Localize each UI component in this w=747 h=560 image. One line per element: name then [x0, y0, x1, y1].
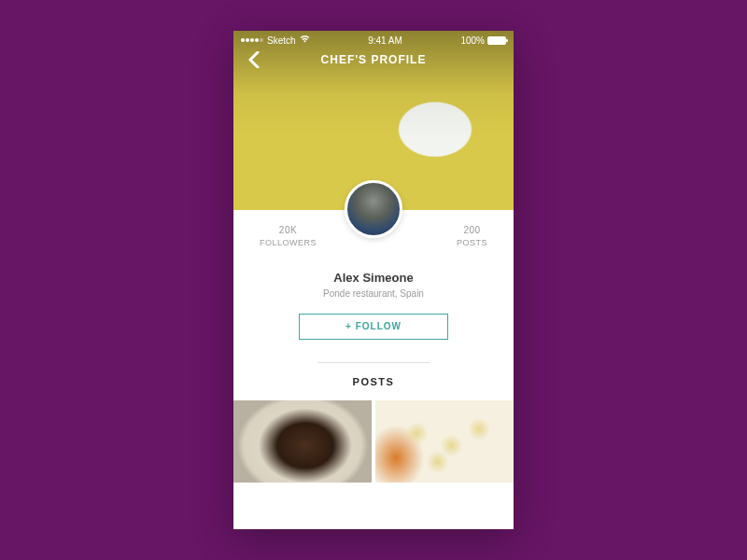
- nav-bar: CHEF'S PROFILE: [233, 53, 514, 66]
- follow-button[interactable]: + FOLLOW: [299, 314, 448, 340]
- signal-dots-icon: [241, 38, 263, 42]
- posts-stat[interactable]: 200 POSTS: [457, 223, 487, 250]
- profile-name: Alex Simeone: [233, 271, 514, 285]
- name-block: Alex Simeone Ponde restaurant, Spain: [233, 271, 514, 299]
- post-thumbnail[interactable]: [233, 400, 372, 483]
- profile-subtitle: Ponde restaurant, Spain: [233, 288, 514, 299]
- posts-grid: [233, 400, 514, 483]
- chevron-left-icon: [248, 51, 260, 68]
- posts-section-title: POSTS: [233, 376, 514, 387]
- followers-stat[interactable]: 20K FOLLOWERS: [260, 223, 317, 250]
- avatar[interactable]: [345, 180, 402, 238]
- post-thumbnail[interactable]: [375, 400, 514, 483]
- posts-label: POSTS: [457, 237, 487, 250]
- follow-label: + FOLLOW: [345, 321, 402, 331]
- page-title: CHEF'S PROFILE: [321, 53, 427, 66]
- phone-frame: Sketch 9:41 AM 100% CHEF'S PROFILE 20K: [233, 31, 514, 529]
- back-button[interactable]: [243, 49, 265, 71]
- wifi-icon: [300, 35, 310, 45]
- status-left: Sketch: [241, 35, 310, 46]
- status-bar: Sketch 9:41 AM 100%: [233, 31, 514, 49]
- status-time: 9:41 AM: [368, 35, 402, 46]
- carrier-label: Sketch: [267, 35, 296, 46]
- status-right: 100%: [460, 35, 506, 46]
- followers-label: FOLLOWERS: [260, 237, 317, 250]
- battery-icon: [487, 36, 506, 45]
- battery-pct: 100%: [460, 35, 485, 46]
- followers-count: 20K: [260, 223, 317, 237]
- posts-count: 200: [457, 223, 487, 237]
- divider: [317, 362, 430, 363]
